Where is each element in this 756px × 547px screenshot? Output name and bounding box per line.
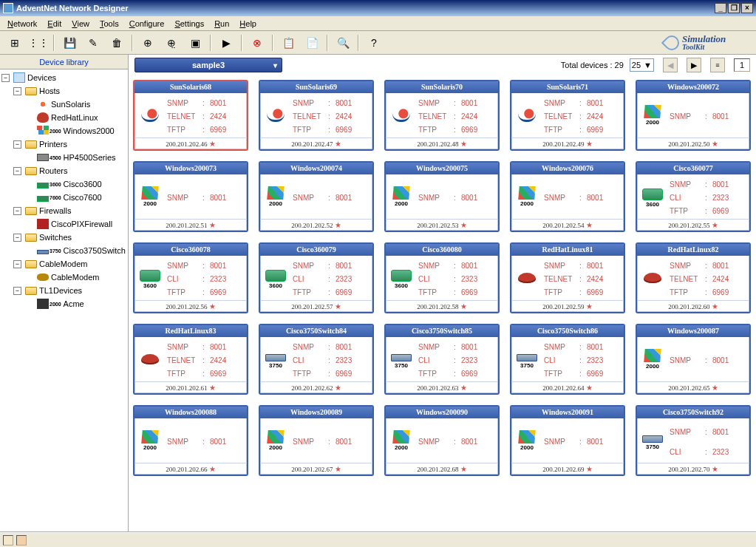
device-card[interactable]: Cisco3600793600SNMP:8001CLI:2323TFTP:696… (259, 242, 374, 313)
device-type-icon: 2000 (260, 418, 291, 463)
menu-network[interactable]: Network (3, 18, 41, 30)
device-card[interactable]: Windows2000752000SNMP:8001200.201.202.53… (384, 161, 500, 232)
device-card[interactable]: Cisco3750Switch863750SNMP:8001CLI:2323TF… (510, 324, 625, 395)
search-button[interactable]: 🔍 (334, 34, 352, 52)
device-grid[interactable]: SunSolaris68SNMP:8001TELNET:2424TFTP:696… (129, 75, 756, 547)
device-card[interactable]: SunSolaris69SNMP:8001TELNET:2424TFTP:696… (259, 80, 374, 151)
win-icon (37, 126, 49, 136)
tree-toggle-icon[interactable]: − (13, 207, 21, 215)
tree-node-acme[interactable]: 2000Acme (1, 297, 126, 310)
device-tree[interactable]: −Devices−HostsSunSolarisRedHatLinux2000W… (0, 69, 128, 547)
device-card[interactable]: Windows2000872000SNMP:8001200.201.202.65… (636, 324, 751, 395)
menu-tools[interactable]: Tools (95, 18, 123, 30)
new-network-button[interactable]: ⊞ (6, 34, 24, 52)
device-card[interactable]: Windows2000762000SNMP:8001200.201.202.54… (510, 161, 625, 232)
delete-button[interactable]: 🗑 (108, 34, 126, 52)
tree-node-cisco7600[interactable]: 7600Cisco7600 (1, 191, 126, 204)
tree-node-cablemodem[interactable]: −CableModem (1, 257, 126, 271)
minimize-button[interactable]: _ (715, 3, 726, 13)
device-card[interactable]: SunSolaris68SNMP:8001TELNET:2424TFTP:696… (133, 80, 248, 151)
device-card[interactable]: RedHatLinux81SNMP:8001TELNET:2424TFTP:69… (510, 242, 625, 313)
menu-run[interactable]: Run (210, 18, 234, 30)
bulk-add-button[interactable]: ⊕̤ (163, 34, 180, 52)
total-devices-label: Total devices : 29 (561, 61, 624, 69)
menu-help[interactable]: Help (235, 18, 261, 30)
device-card[interactable]: SunSolaris70SNMP:8001TELNET:2424TFTP:696… (384, 80, 500, 151)
menu-configure[interactable]: Configure (125, 18, 169, 30)
menu-bar: NetworkEditViewToolsConfigureSettingsRun… (0, 16, 756, 31)
device-card[interactable]: Windows2000892000SNMP:8001200.201.202.67… (259, 405, 374, 476)
stop-button[interactable]: ⊗ (248, 34, 266, 52)
menu-view[interactable]: View (67, 18, 94, 30)
device-card[interactable]: Windows2000902000SNMP:8001200.201.202.68… (384, 405, 500, 476)
device-name: SunSolaris70 (386, 81, 498, 93)
device-card[interactable]: Windows2000912000SNMP:8001200.201.202.69… (510, 405, 625, 476)
tree-node-firewalls[interactable]: −Firewalls (1, 204, 126, 217)
save-button[interactable]: 💾 (61, 34, 78, 52)
menu-edit[interactable]: Edit (43, 18, 66, 30)
device-card[interactable]: RedHatLinux82SNMP:8001TELNET:2424TFTP:69… (636, 242, 751, 313)
network-selector[interactable]: sample3 (134, 58, 282, 72)
open-network-button[interactable]: ⋮⋮ (30, 34, 47, 52)
device-card[interactable]: Windows2000722000SNMP:8001200.201.202.50… (636, 80, 751, 151)
device-card[interactable]: Windows2000882000SNMP:8001200.201.202.66… (133, 405, 248, 476)
tree-node-cisco3750switch[interactable]: 3750Cisco3750Switch (1, 244, 126, 257)
tree-node-windows2000[interactable]: 2000Windows2000 (1, 124, 126, 137)
tree-toggle-icon[interactable]: − (13, 287, 21, 295)
sidebar: Device library −Devices−HostsSunSolarisR… (0, 55, 129, 547)
device-card[interactable]: Cisco3600783600SNMP:8001CLI:2323TFTP:696… (133, 242, 248, 313)
list-view-button[interactable]: ≡ (710, 58, 725, 72)
device-card[interactable]: Cisco3600803600SNMP:8001CLI:2323TFTP:696… (384, 242, 500, 313)
device-card[interactable]: RedHatLinux83SNMP:8001TELNET:2424TFTP:69… (133, 324, 248, 395)
device-card[interactable]: SunSolaris71SNMP:8001TELNET:2424TFTP:696… (510, 80, 625, 151)
tree-node-hosts[interactable]: −Hosts (1, 84, 126, 98)
tree-node-sunsolaris[interactable]: SunSolaris (1, 98, 126, 111)
tree-node-tl1devices[interactable]: −TL1Devices (1, 284, 126, 297)
prev-page-button[interactable]: ◀ (663, 58, 678, 72)
status-star-icon: ★ (712, 140, 718, 148)
close-button[interactable]: × (741, 3, 753, 13)
status-bar (0, 532, 756, 547)
tree-node-cablemodem[interactable]: CableModem (1, 271, 126, 284)
device-card[interactable]: Cisco3750Switch843750SNMP:8001CLI:2323TF… (259, 324, 374, 395)
tree-toggle-icon[interactable]: − (13, 140, 21, 149)
device-card[interactable]: Windows2000742000SNMP:8001200.201.202.52… (259, 161, 374, 232)
help-button[interactable]: ? (365, 34, 383, 52)
maximize-button[interactable]: ❐ (728, 3, 740, 13)
tree-node-printers[interactable]: −Printers (1, 137, 126, 151)
device-name: Windows200087 (637, 325, 749, 337)
device-type-icon (511, 256, 542, 300)
tree-toggle-icon[interactable]: − (13, 167, 21, 175)
tree-toggle-icon[interactable]: − (13, 260, 21, 268)
copy-button[interactable]: 📋 (279, 34, 297, 52)
tree-node-redhatlinux[interactable]: RedHatLinux (1, 111, 126, 124)
next-page-button[interactable]: ▶ (687, 58, 701, 72)
menu-settings[interactable]: Settings (170, 18, 208, 30)
port-table: SNMP:8001 (291, 418, 372, 463)
device-card[interactable]: Cisco3600773600SNMP:8001CLI:2323TFTP:696… (636, 161, 751, 232)
device-ip: 200.201.202.53 ★ (386, 219, 498, 231)
tree-node-hp4500series[interactable]: 4500HP4500Series (1, 151, 126, 164)
tree-node-devices[interactable]: −Devices (1, 71, 126, 84)
device-card[interactable]: Windows2000732000SNMP:8001200.201.202.51… (133, 161, 248, 232)
tree-node-ciscopixfirewall[interactable]: CiscoPIXFirewall (1, 217, 126, 231)
tree-node-switches[interactable]: −Switches (1, 231, 126, 244)
tree-toggle-icon[interactable]: − (13, 234, 21, 242)
device-name: RedHatLinux81 (511, 244, 624, 256)
tree-toggle-icon[interactable]: − (13, 87, 21, 95)
page-number-field[interactable]: 1 (734, 58, 750, 72)
device-type-icon: 2000 (511, 174, 542, 219)
page-size-select[interactable]: 25▼ (630, 58, 654, 72)
run-button[interactable]: ▶ (217, 34, 235, 52)
device-type-icon: 3600 (260, 256, 291, 300)
add-device-button[interactable]: ⊕ (139, 34, 157, 52)
edit-button[interactable]: ✎ (84, 34, 102, 52)
device-card[interactable]: Cisco3750Switch853750SNMP:8001CLI:2323TF… (384, 324, 500, 395)
paste-button[interactable]: 📄 (303, 34, 321, 52)
config-device-button[interactable]: ▣ (186, 34, 204, 52)
device-type-icon: 3750 (637, 418, 668, 463)
tree-node-routers[interactable]: −Routers (1, 164, 126, 177)
tree-node-cisco3600[interactable]: 3600Cisco3600 (1, 177, 126, 191)
device-card[interactable]: Cisco3750Switch923750SNMP:8001CLI:232320… (636, 405, 751, 476)
tree-toggle-icon[interactable]: − (1, 74, 10, 82)
